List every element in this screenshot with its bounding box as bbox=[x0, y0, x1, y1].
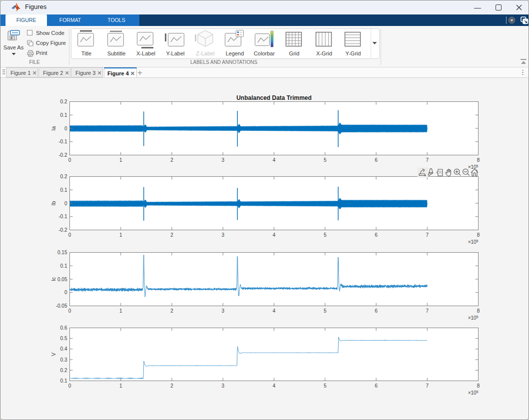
svg-text:5: 5 bbox=[324, 383, 327, 389]
svg-text:2: 2 bbox=[170, 308, 173, 314]
svg-text:1: 1 bbox=[119, 157, 122, 163]
svg-text:0.5: 0.5 bbox=[60, 336, 67, 341]
svg-text:4: 4 bbox=[273, 308, 276, 314]
svg-text:0: 0 bbox=[64, 126, 67, 131]
svg-text:2: 2 bbox=[170, 157, 173, 163]
svg-text:6: 6 bbox=[375, 383, 378, 389]
svg-text:0.4: 0.4 bbox=[60, 346, 67, 352]
svg-text:Ib: Ib bbox=[50, 201, 56, 205]
svg-text:0.2: 0.2 bbox=[60, 99, 67, 104]
svg-text:6: 6 bbox=[375, 232, 378, 238]
svg-text:×105: ×105 bbox=[468, 239, 479, 245]
svg-text:7: 7 bbox=[426, 383, 429, 389]
svg-text:6: 6 bbox=[375, 308, 378, 314]
svg-text:0: 0 bbox=[64, 290, 67, 295]
svg-text:3: 3 bbox=[221, 157, 224, 163]
svg-text:0.1: 0.1 bbox=[60, 378, 67, 384]
svg-text:Ic: Ic bbox=[50, 277, 56, 281]
svg-text:0.05: 0.05 bbox=[57, 277, 67, 282]
svg-text:0.1: 0.1 bbox=[60, 187, 67, 193]
svg-text:2: 2 bbox=[170, 232, 173, 238]
svg-text:8: 8 bbox=[477, 308, 480, 314]
svg-text:0: 0 bbox=[68, 232, 71, 238]
svg-text:0: 0 bbox=[68, 308, 71, 314]
svg-text:×105: ×105 bbox=[468, 315, 479, 321]
svg-text:5: 5 bbox=[324, 308, 327, 314]
svg-text:0: 0 bbox=[68, 383, 71, 389]
svg-text:0: 0 bbox=[68, 157, 71, 163]
svg-text:8: 8 bbox=[477, 157, 480, 163]
svg-text:V: V bbox=[50, 353, 56, 356]
svg-text:5: 5 bbox=[324, 232, 327, 238]
svg-text:-0.2: -0.2 bbox=[58, 152, 67, 158]
svg-text:7: 7 bbox=[426, 308, 429, 314]
svg-text:1: 1 bbox=[119, 308, 122, 314]
svg-text:6: 6 bbox=[375, 157, 378, 163]
svg-text:0: 0 bbox=[64, 201, 67, 206]
svg-text:1: 1 bbox=[119, 383, 122, 389]
svg-text:7: 7 bbox=[426, 232, 429, 238]
svg-text:0.3: 0.3 bbox=[60, 357, 67, 363]
svg-text:2: 2 bbox=[170, 383, 173, 389]
svg-text:0.15: 0.15 bbox=[57, 250, 67, 255]
svg-text:Unbalanced Data Trimmed: Unbalanced Data Trimmed bbox=[236, 94, 312, 101]
svg-text:4: 4 bbox=[273, 232, 276, 238]
svg-text:8: 8 bbox=[477, 232, 480, 238]
svg-text:1: 1 bbox=[119, 232, 122, 238]
svg-text:5: 5 bbox=[324, 157, 327, 163]
svg-text:7: 7 bbox=[426, 157, 429, 163]
svg-text:0.2: 0.2 bbox=[60, 368, 67, 373]
svg-text:4: 4 bbox=[273, 383, 276, 389]
svg-text:Ia: Ia bbox=[50, 126, 56, 130]
svg-text:×105: ×105 bbox=[468, 390, 479, 396]
svg-text:0.6: 0.6 bbox=[60, 325, 67, 331]
svg-text:-0.2: -0.2 bbox=[58, 227, 67, 233]
svg-text:3: 3 bbox=[221, 383, 224, 389]
svg-text:-0.1: -0.1 bbox=[58, 214, 67, 219]
svg-text:-0.1: -0.1 bbox=[58, 139, 67, 144]
svg-text:0.1: 0.1 bbox=[60, 112, 67, 118]
svg-text:-0.05: -0.05 bbox=[56, 303, 67, 309]
svg-text:8: 8 bbox=[477, 383, 480, 389]
svg-text:0.2: 0.2 bbox=[60, 174, 67, 179]
svg-text:×105: ×105 bbox=[468, 164, 479, 170]
svg-text:3: 3 bbox=[221, 232, 224, 238]
svg-text:0.1: 0.1 bbox=[60, 263, 67, 269]
svg-text:3: 3 bbox=[221, 308, 224, 314]
svg-text:4: 4 bbox=[273, 157, 276, 163]
